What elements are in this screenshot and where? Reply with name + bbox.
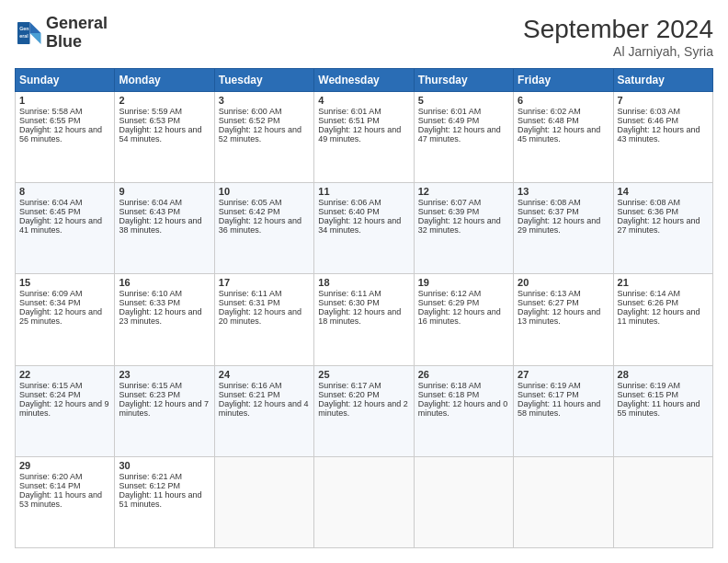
month-title: September 2024: [523, 15, 713, 44]
day-info: Sunset: 6:39 PM: [418, 207, 509, 216]
day-info: Sunrise: 6:01 AM: [418, 107, 509, 116]
day-info: Daylight: 12 hours and 47 minutes.: [418, 125, 509, 144]
day-info: Daylight: 12 hours and 56 minutes.: [19, 125, 110, 144]
logo-icon: Gen eral: [15, 19, 42, 47]
day-info: Sunset: 6:52 PM: [219, 116, 310, 125]
day-info: Daylight: 12 hours and 34 minutes.: [318, 216, 409, 235]
day-info: Sunset: 6:40 PM: [318, 207, 409, 216]
day-info: Sunset: 6:23 PM: [119, 390, 210, 399]
day-info: Daylight: 12 hours and 32 minutes.: [418, 216, 509, 235]
day-info: Sunrise: 6:15 AM: [119, 381, 210, 390]
svg-text:Gen: Gen: [19, 26, 28, 31]
day-info: Sunset: 6:20 PM: [318, 390, 409, 399]
calendar-cell: 16Sunrise: 6:10 AMSunset: 6:33 PMDayligh…: [115, 274, 214, 365]
day-number: 26: [418, 369, 509, 380]
svg-text:eral: eral: [19, 32, 28, 38]
day-info: Sunset: 6:21 PM: [219, 390, 310, 399]
day-info: Sunrise: 6:19 AM: [518, 381, 609, 390]
day-info: Sunrise: 6:08 AM: [518, 198, 609, 207]
calendar-cell: 15Sunrise: 6:09 AMSunset: 6:34 PMDayligh…: [16, 274, 115, 365]
calendar-header-friday: Friday: [514, 69, 613, 92]
calendar-header-tuesday: Tuesday: [214, 69, 313, 92]
calendar-cell: 29Sunrise: 6:20 AMSunset: 6:14 PMDayligh…: [16, 456, 115, 547]
day-info: Sunset: 6:48 PM: [518, 116, 609, 125]
day-info: Sunrise: 6:14 AM: [618, 289, 709, 298]
calendar-cell: 23Sunrise: 6:15 AMSunset: 6:23 PMDayligh…: [115, 365, 214, 456]
day-info: Sunrise: 6:05 AM: [219, 198, 310, 207]
day-info: Sunset: 6:15 PM: [618, 390, 709, 399]
day-number: 7: [618, 95, 709, 106]
calendar-cell: 11Sunrise: 6:06 AMSunset: 6:40 PMDayligh…: [314, 183, 414, 274]
day-info: Daylight: 12 hours and 45 minutes.: [518, 125, 609, 144]
calendar-cell: 2Sunrise: 5:59 AMSunset: 6:53 PMDaylight…: [115, 92, 214, 183]
calendar-body: 1Sunrise: 5:58 AMSunset: 6:55 PMDaylight…: [16, 92, 713, 548]
day-number: 12: [418, 186, 509, 197]
day-info: Sunset: 6:29 PM: [418, 298, 509, 307]
day-info: Sunset: 6:34 PM: [19, 298, 110, 307]
day-number: 13: [518, 186, 609, 197]
day-info: Daylight: 11 hours and 55 minutes.: [618, 399, 709, 418]
calendar-week-4: 22Sunrise: 6:15 AMSunset: 6:24 PMDayligh…: [16, 365, 713, 456]
day-info: Daylight: 12 hours and 36 minutes.: [219, 216, 310, 235]
day-info: Daylight: 12 hours and 27 minutes.: [618, 216, 709, 235]
day-info: Sunset: 6:43 PM: [119, 207, 210, 216]
day-info: Sunrise: 6:13 AM: [518, 289, 609, 298]
calendar-cell: 28Sunrise: 6:19 AMSunset: 6:15 PMDayligh…: [613, 365, 712, 456]
day-number: 17: [219, 277, 310, 288]
calendar-header-thursday: Thursday: [414, 69, 513, 92]
day-number: 5: [418, 95, 509, 106]
svg-marker-0: [30, 22, 41, 33]
day-info: Daylight: 12 hours and 9 minutes.: [19, 399, 110, 418]
day-number: 3: [219, 95, 310, 106]
day-info: Daylight: 12 hours and 29 minutes.: [518, 216, 609, 235]
day-info: Sunrise: 6:00 AM: [219, 107, 310, 116]
calendar-header-wednesday: Wednesday: [314, 69, 414, 92]
day-info: Daylight: 12 hours and 23 minutes.: [119, 307, 210, 326]
day-info: Daylight: 11 hours and 51 minutes.: [119, 490, 210, 509]
day-info: Sunrise: 6:19 AM: [618, 381, 709, 390]
day-info: Sunset: 6:31 PM: [219, 298, 310, 307]
calendar-week-3: 15Sunrise: 6:09 AMSunset: 6:34 PMDayligh…: [16, 274, 713, 365]
calendar-cell: 4Sunrise: 6:01 AMSunset: 6:51 PMDaylight…: [314, 92, 414, 183]
day-info: Sunrise: 6:20 AM: [19, 472, 110, 481]
calendar-cell: 22Sunrise: 6:15 AMSunset: 6:24 PMDayligh…: [16, 365, 115, 456]
calendar-header-saturday: Saturday: [613, 69, 712, 92]
day-number: 10: [219, 186, 310, 197]
day-info: Sunset: 6:30 PM: [318, 298, 409, 307]
day-info: Sunrise: 6:01 AM: [318, 107, 409, 116]
day-info: Sunrise: 6:11 AM: [318, 289, 409, 298]
day-number: 11: [318, 186, 409, 197]
day-info: Sunset: 6:18 PM: [418, 390, 509, 399]
day-info: Sunset: 6:33 PM: [119, 298, 210, 307]
calendar-cell: 3Sunrise: 6:00 AMSunset: 6:52 PMDaylight…: [214, 92, 313, 183]
calendar-week-1: 1Sunrise: 5:58 AMSunset: 6:55 PMDaylight…: [16, 92, 713, 183]
day-info: Sunrise: 6:06 AM: [318, 198, 409, 207]
calendar-cell: 9Sunrise: 6:04 AMSunset: 6:43 PMDaylight…: [115, 183, 214, 274]
header: Gen eral General Blue September 2024 Al …: [15, 15, 713, 59]
day-info: Sunrise: 6:02 AM: [518, 107, 609, 116]
calendar-cell: 14Sunrise: 6:08 AMSunset: 6:36 PMDayligh…: [613, 183, 712, 274]
logo-text: General Blue: [46, 15, 108, 52]
day-number: 29: [19, 460, 110, 471]
day-info: Sunset: 6:24 PM: [19, 390, 110, 399]
day-info: Sunset: 6:51 PM: [318, 116, 409, 125]
day-number: 14: [618, 186, 709, 197]
title-block: September 2024 Al Jarniyah, Syria: [523, 15, 713, 59]
calendar-week-5: 29Sunrise: 6:20 AMSunset: 6:14 PMDayligh…: [16, 456, 713, 547]
svg-marker-1: [30, 33, 41, 44]
location-subtitle: Al Jarniyah, Syria: [523, 44, 713, 59]
calendar-cell: 30Sunrise: 6:21 AMSunset: 6:12 PMDayligh…: [115, 456, 214, 547]
day-info: Daylight: 12 hours and 7 minutes.: [119, 399, 210, 418]
day-info: Sunrise: 6:15 AM: [19, 381, 110, 390]
day-info: Sunrise: 6:04 AM: [19, 198, 110, 207]
calendar-cell: 19Sunrise: 6:12 AMSunset: 6:29 PMDayligh…: [414, 274, 513, 365]
day-number: 23: [119, 369, 210, 380]
day-info: Sunset: 6:42 PM: [219, 207, 310, 216]
calendar-cell: 18Sunrise: 6:11 AMSunset: 6:30 PMDayligh…: [314, 274, 414, 365]
day-number: 6: [518, 95, 609, 106]
calendar-cell: 10Sunrise: 6:05 AMSunset: 6:42 PMDayligh…: [214, 183, 313, 274]
day-info: Daylight: 12 hours and 18 minutes.: [318, 307, 409, 326]
day-info: Sunrise: 6:18 AM: [418, 381, 509, 390]
day-info: Daylight: 12 hours and 4 minutes.: [219, 399, 310, 418]
day-number: 19: [418, 277, 509, 288]
